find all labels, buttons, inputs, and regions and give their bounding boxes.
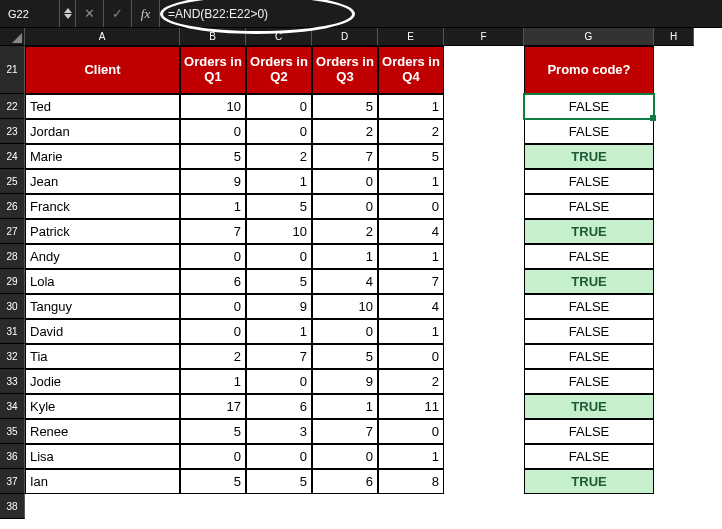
cell-q1[interactable]: 0 — [180, 444, 246, 469]
cell-client[interactable]: Jean — [25, 169, 180, 194]
cell-C38[interactable] — [246, 494, 312, 519]
cell-promo[interactable]: FALSE — [524, 119, 654, 144]
column-header-C[interactable]: C — [246, 28, 312, 46]
cell-client[interactable]: Renee — [25, 419, 180, 444]
cell-F29[interactable] — [444, 269, 524, 294]
cell-q1[interactable]: 7 — [180, 219, 246, 244]
cell-A38[interactable] — [25, 494, 180, 519]
name-box[interactable]: G22 — [0, 0, 60, 27]
cell-q3[interactable]: 6 — [312, 469, 378, 494]
cell-q1[interactable]: 5 — [180, 144, 246, 169]
cell-client[interactable]: Jodie — [25, 369, 180, 394]
cell-q2[interactable]: 7 — [246, 344, 312, 369]
cell-q1[interactable]: 17 — [180, 394, 246, 419]
cell-promo[interactable]: FALSE — [524, 319, 654, 344]
row-header-37[interactable]: 37 — [0, 469, 25, 494]
cell-F24[interactable] — [444, 144, 524, 169]
row-header-33[interactable]: 33 — [0, 369, 25, 394]
cell-client[interactable]: Jordan — [25, 119, 180, 144]
cell-q3[interactable]: 7 — [312, 144, 378, 169]
cell-q3[interactable]: 4 — [312, 269, 378, 294]
cell-q3[interactable]: 10 — [312, 294, 378, 319]
column-header-G[interactable]: G — [524, 28, 654, 46]
cell-promo[interactable]: TRUE — [524, 469, 654, 494]
cell-promo[interactable]: FALSE — [524, 444, 654, 469]
cell-F37[interactable] — [444, 469, 524, 494]
cell-q3[interactable]: 0 — [312, 444, 378, 469]
row-header-28[interactable]: 28 — [0, 244, 25, 269]
cell-q4[interactable]: 7 — [378, 269, 444, 294]
column-header-F[interactable]: F — [444, 28, 524, 46]
cell-client[interactable]: Lisa — [25, 444, 180, 469]
cell-H28[interactable] — [654, 244, 694, 269]
cell-promo[interactable]: TRUE — [524, 219, 654, 244]
column-header-D[interactable]: D — [312, 28, 378, 46]
cell-q3[interactable]: 0 — [312, 194, 378, 219]
cell-F27[interactable] — [444, 219, 524, 244]
cell-H35[interactable] — [654, 419, 694, 444]
cell-H34[interactable] — [654, 394, 694, 419]
column-header-A[interactable]: A — [25, 28, 180, 46]
cell-q4[interactable]: 1 — [378, 319, 444, 344]
confirm-button[interactable]: ✓ — [104, 0, 132, 27]
cell-q2[interactable]: 3 — [246, 419, 312, 444]
cell-q4[interactable]: 5 — [378, 144, 444, 169]
row-header-23[interactable]: 23 — [0, 119, 25, 144]
row-header-30[interactable]: 30 — [0, 294, 25, 319]
cell-q2[interactable]: 1 — [246, 319, 312, 344]
column-header-B[interactable]: B — [180, 28, 246, 46]
column-header-H[interactable]: H — [654, 28, 694, 46]
cell-q1[interactable]: 6 — [180, 269, 246, 294]
cell-q1[interactable]: 1 — [180, 369, 246, 394]
cell-q2[interactable]: 0 — [246, 444, 312, 469]
cell-q4[interactable]: 11 — [378, 394, 444, 419]
cell-F30[interactable] — [444, 294, 524, 319]
cell-q2[interactable]: 9 — [246, 294, 312, 319]
column-header-E[interactable]: E — [378, 28, 444, 46]
cell-q4[interactable]: 2 — [378, 369, 444, 394]
row-header-35[interactable]: 35 — [0, 419, 25, 444]
cell-F32[interactable] — [444, 344, 524, 369]
cell-D38[interactable] — [312, 494, 378, 519]
cell-q1[interactable]: 1 — [180, 194, 246, 219]
cell-q1[interactable]: 0 — [180, 244, 246, 269]
cell-q3[interactable]: 5 — [312, 94, 378, 119]
cell-client[interactable]: Franck — [25, 194, 180, 219]
cell-client[interactable]: Tanguy — [25, 294, 180, 319]
cell-promo[interactable]: TRUE — [524, 394, 654, 419]
cell-H33[interactable] — [654, 369, 694, 394]
cell-client[interactable]: Patrick — [25, 219, 180, 244]
cell-q4[interactable]: 2 — [378, 119, 444, 144]
cell-promo[interactable]: FALSE — [524, 294, 654, 319]
name-box-stepper[interactable] — [60, 0, 76, 27]
cancel-button[interactable]: ✕ — [76, 0, 104, 27]
cell-promo[interactable]: FALSE — [524, 244, 654, 269]
cell-q4[interactable]: 1 — [378, 244, 444, 269]
cell-H36[interactable] — [654, 444, 694, 469]
cell-F34[interactable] — [444, 394, 524, 419]
cell-H22[interactable] — [654, 94, 694, 119]
cell-F36[interactable] — [444, 444, 524, 469]
cell-q2[interactable]: 5 — [246, 269, 312, 294]
cell-F31[interactable] — [444, 319, 524, 344]
cell-q4[interactable]: 0 — [378, 194, 444, 219]
cell-q2[interactable]: 0 — [246, 244, 312, 269]
row-header-32[interactable]: 32 — [0, 344, 25, 369]
cell-promo[interactable]: TRUE — [524, 269, 654, 294]
cell-H37[interactable] — [654, 469, 694, 494]
cell-F28[interactable] — [444, 244, 524, 269]
cell-q3[interactable]: 1 — [312, 394, 378, 419]
cell-promo[interactable]: FALSE — [524, 169, 654, 194]
cell-q3[interactable]: 2 — [312, 119, 378, 144]
cell-q1[interactable]: 9 — [180, 169, 246, 194]
cell-q4[interactable]: 1 — [378, 444, 444, 469]
cell-q4[interactable]: 4 — [378, 219, 444, 244]
cell-client[interactable]: Marie — [25, 144, 180, 169]
row-header-38[interactable]: 38 — [0, 494, 25, 519]
row-header-22[interactable]: 22 — [0, 94, 25, 119]
cell-H32[interactable] — [654, 344, 694, 369]
cell-q2[interactable]: 0 — [246, 119, 312, 144]
cell-q2[interactable]: 10 — [246, 219, 312, 244]
cell-q1[interactable]: 10 — [180, 94, 246, 119]
cell-q4[interactable]: 1 — [378, 94, 444, 119]
